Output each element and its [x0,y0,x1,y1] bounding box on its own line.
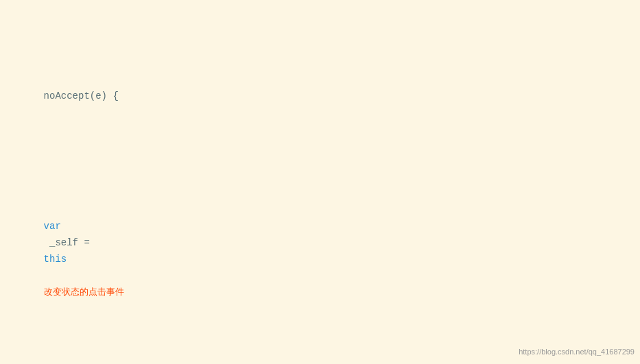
code-text: _self = [44,237,96,248]
watermark: https://blog.csdn.net/qq_41687299 [519,345,635,359]
keyword-this: this [44,254,67,265]
code-block: noAccept(e) { var _self = this 改变状态的点击事件… [0,0,640,364]
code-text: noAccept(e) { [44,90,119,101]
annotation-line2: 改变状态的点击事件 [44,287,124,297]
keyword-var: var [44,221,61,232]
code-line-1: noAccept(e) { [21,72,626,121]
code-line-2: var _self = this 改变状态的点击事件 [21,186,626,317]
